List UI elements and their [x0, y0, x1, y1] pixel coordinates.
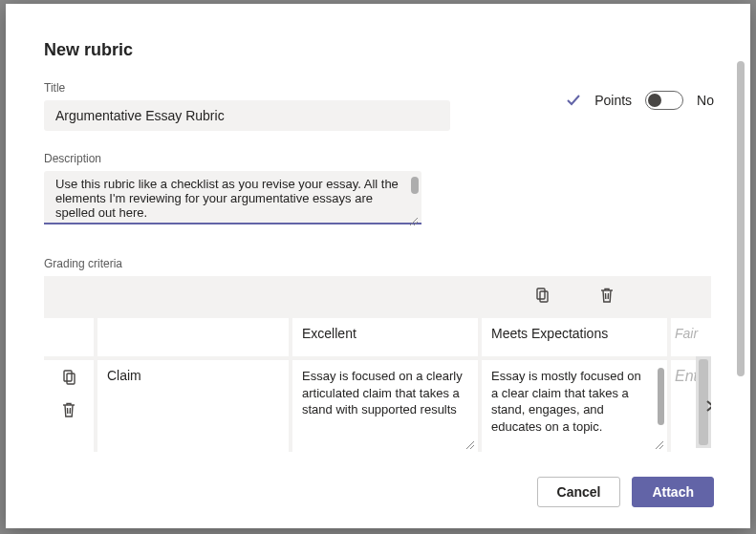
grid-blank	[292, 276, 478, 314]
grid-blank	[671, 276, 711, 314]
svg-rect-2	[537, 288, 545, 299]
resize-handle-icon[interactable]	[654, 439, 663, 449]
svg-rect-7	[67, 374, 75, 384]
title-input[interactable]	[44, 100, 450, 131]
delete-row-icon[interactable]	[61, 402, 76, 417]
grid-criteria-header-blank	[97, 318, 289, 356]
grading-criteria-label: Grading criteria	[44, 257, 714, 270]
toggle-knob	[648, 94, 661, 107]
svg-line-0	[410, 218, 418, 225]
grading-grid-wrap: Excellent Meets Expectations Fair	[44, 276, 711, 452]
resize-handle-icon[interactable]	[408, 216, 418, 225]
points-label: Points	[594, 93, 632, 108]
grid-blank	[44, 276, 94, 314]
points-toggle-state: No	[697, 93, 714, 108]
criterion-row-actions	[44, 360, 94, 452]
chevron-right-icon[interactable]	[703, 399, 711, 413]
dialog-footer: Cancel Attach	[537, 477, 714, 507]
svg-line-13	[659, 445, 663, 449]
svg-line-1	[414, 222, 418, 225]
svg-rect-3	[540, 291, 548, 302]
column-action-bar	[482, 276, 667, 314]
cancel-button[interactable]: Cancel	[537, 477, 621, 507]
points-toggle[interactable]	[645, 91, 683, 110]
svg-line-11	[470, 445, 474, 449]
new-rubric-dialog: New rubric Title Points No Description	[6, 4, 750, 528]
attach-button[interactable]: Attach	[632, 477, 714, 507]
criterion-excellent-cell[interactable]: Essay is focused on a clearly articulate…	[292, 360, 478, 452]
level-header-excellent[interactable]: Excellent	[292, 318, 478, 356]
level-header-meets-expectations[interactable]: Meets Expectations	[482, 318, 667, 356]
grid-blank	[97, 276, 289, 314]
delete-column-icon[interactable]	[599, 288, 615, 303]
description-field-block: Description	[44, 152, 421, 228]
grid-corner-blank	[44, 318, 94, 356]
check-icon	[566, 93, 581, 108]
criterion-name-cell[interactable]: Claim	[97, 360, 289, 452]
title-label: Title	[44, 81, 450, 95]
resize-handle-icon[interactable]	[464, 439, 474, 449]
svg-line-12	[656, 441, 663, 449]
svg-line-10	[466, 441, 474, 449]
copy-row-icon[interactable]	[61, 370, 76, 385]
dialog-content: New rubric Title Points No Description	[44, 40, 714, 461]
page-title: New rubric	[44, 40, 714, 60]
cell-scrollbar[interactable]	[658, 368, 664, 425]
top-row: Title Points No	[44, 81, 714, 131]
description-textarea[interactable]	[44, 171, 421, 224]
description-scrollbar[interactable]	[411, 177, 419, 194]
level-header-fair[interactable]: Fair	[671, 318, 711, 356]
grading-grid: Excellent Meets Expectations Fair	[44, 276, 711, 452]
criterion-meets-cell[interactable]: Essay is mostly focused on a clear claim…	[482, 360, 667, 452]
description-label: Description	[44, 152, 421, 165]
dialog-scrollbar[interactable]	[737, 61, 745, 376]
svg-rect-6	[64, 371, 72, 381]
points-group: Points No	[566, 81, 714, 110]
copy-column-icon[interactable]	[534, 288, 550, 303]
title-field-block: Title	[44, 81, 450, 131]
